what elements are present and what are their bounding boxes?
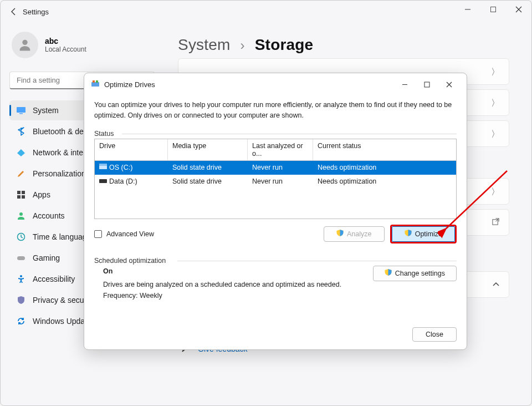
svg-point-11 <box>19 212 23 216</box>
sched-on: On <box>103 266 367 277</box>
sched-desc: Drives are being analyzed on a scheduled… <box>103 279 367 290</box>
drive-name: Data (D:) <box>109 177 137 185</box>
drive-last: Never run <box>248 163 313 172</box>
dialog-maximize-button[interactable] <box>416 78 438 91</box>
display-icon <box>16 105 26 115</box>
svg-rect-23 <box>99 166 107 169</box>
svg-rect-19 <box>93 80 95 83</box>
avatar-icon <box>12 32 38 58</box>
dialog-description: You can optimize your drives to help you… <box>94 100 457 121</box>
wifi-icon <box>16 148 26 158</box>
accessibility-icon <box>16 274 26 284</box>
svg-rect-5 <box>17 107 25 113</box>
breadcrumb-parent[interactable]: System <box>178 36 231 53</box>
dialog-title: Optimize Drives <box>104 80 389 89</box>
col-last[interactable]: Last analyzed or o... <box>248 139 313 160</box>
window-title: Settings <box>23 8 49 16</box>
drive-row-os[interactable]: OS (C:) Solid state drive Never run Need… <box>95 161 456 175</box>
sched-freq: Frequency: Weekly <box>103 290 367 301</box>
divider <box>177 261 457 261</box>
drive-row-data[interactable]: Data (D:) Solid state drive Never run Ne… <box>95 175 456 189</box>
chevron-right-icon: › <box>241 38 245 53</box>
svg-point-2 <box>22 40 27 45</box>
nav-label: Windows Update <box>33 317 91 326</box>
nav-label: Time & language <box>33 232 91 241</box>
nav-label: Accessibility <box>33 275 75 283</box>
svg-rect-9 <box>17 195 21 199</box>
titlebar: Settings <box>1 1 531 23</box>
optimize-button-highlight: Optimize <box>390 225 457 243</box>
col-status[interactable]: Current status <box>313 139 456 160</box>
chevron-up-icon <box>492 281 500 291</box>
user-card[interactable]: abc Local Account <box>9 32 162 58</box>
drive-app-icon <box>91 79 100 90</box>
drive-icon <box>99 177 107 186</box>
svg-rect-1 <box>491 7 496 12</box>
change-settings-label: Change settings <box>395 270 445 277</box>
chevron-right-icon: 〉 <box>491 186 500 198</box>
col-drive[interactable]: Drive <box>95 139 168 160</box>
nav-label: Accounts <box>33 211 65 220</box>
drive-table[interactable]: Drive Media type Last analyzed or o... C… <box>94 139 457 219</box>
svg-point-14 <box>20 275 22 277</box>
breadcrumb: System › Storage <box>178 36 509 54</box>
drive-last: Never run <box>248 176 313 186</box>
person-icon <box>16 211 26 221</box>
shield-icon <box>16 295 26 305</box>
dialog-titlebar: Optimize Drives <box>84 73 467 95</box>
drive-media: Solid state drive <box>168 163 248 172</box>
user-sub: Local Account <box>45 45 86 53</box>
external-link-icon <box>492 217 500 228</box>
divider <box>122 134 457 134</box>
minimize-button[interactable] <box>455 1 480 18</box>
nav-label: Personalization <box>33 169 86 178</box>
svg-rect-18 <box>91 82 99 87</box>
apps-icon <box>16 190 26 200</box>
update-icon <box>16 316 26 326</box>
maximize-button[interactable] <box>480 1 506 18</box>
table-header: Drive Media type Last analyzed or o... C… <box>95 139 456 161</box>
shield-icon <box>385 269 392 278</box>
analyze-label: Analyze <box>347 230 371 238</box>
svg-rect-25 <box>99 179 107 183</box>
drive-media: Solid state drive <box>168 176 248 186</box>
chevron-right-icon: 〉 <box>491 98 500 109</box>
settings-window: Settings abc Local Account <box>0 0 532 406</box>
chevron-right-icon: 〉 <box>491 67 500 78</box>
chevron-right-icon: 〉 <box>491 129 500 140</box>
analyze-button[interactable]: Analyze <box>324 226 385 242</box>
optimize-label: Optimize <box>415 230 442 238</box>
shield-icon <box>405 230 412 238</box>
shield-icon <box>336 230 344 238</box>
svg-rect-24 <box>99 164 107 166</box>
svg-rect-22 <box>424 82 429 87</box>
back-button[interactable] <box>5 3 23 21</box>
drive-name: OS (C:) <box>109 164 132 171</box>
nav-label: System <box>33 106 59 115</box>
breadcrumb-current: Storage <box>255 36 314 53</box>
user-name: abc <box>45 37 86 45</box>
col-media[interactable]: Media type <box>168 139 248 160</box>
optimize-drives-dialog: Optimize Drives You can optimize your dr… <box>84 73 467 350</box>
dialog-close-button[interactable] <box>438 78 460 91</box>
svg-rect-7 <box>17 191 21 194</box>
close-label: Close <box>426 331 443 338</box>
advanced-view-label: Advanced View <box>106 230 154 238</box>
svg-rect-10 <box>22 195 25 199</box>
brush-icon <box>16 169 26 179</box>
advanced-view-checkbox[interactable] <box>94 230 102 238</box>
drive-status: Needs optimization <box>313 163 456 172</box>
optimize-button[interactable]: Optimize <box>392 226 455 242</box>
drive-icon <box>99 164 107 172</box>
svg-rect-8 <box>22 191 25 194</box>
svg-rect-13 <box>17 256 25 260</box>
nav-label: Gaming <box>33 253 60 262</box>
gamepad-icon <box>16 253 26 263</box>
clock-icon <box>16 232 26 242</box>
nav-label: Apps <box>33 190 50 199</box>
change-settings-button[interactable]: Change settings <box>373 266 457 281</box>
dialog-minimize-button[interactable] <box>393 78 416 91</box>
bluetooth-icon <box>16 126 26 136</box>
close-button[interactable]: Close <box>412 327 457 342</box>
close-button[interactable] <box>506 1 531 18</box>
